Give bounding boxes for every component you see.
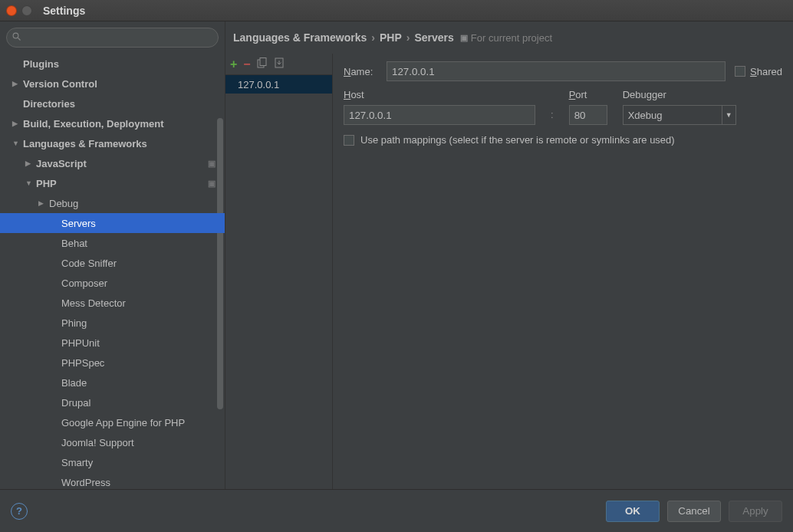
tree-item-smarty[interactable]: Smarty [0,452,225,472]
path-mappings-checkbox[interactable] [344,135,354,146]
tree-item-wordpress[interactable]: WordPress [0,472,225,489]
tree-item-label: Blade [61,377,87,389]
tree-item-build-execution-deployment[interactable]: ▶Build, Execution, Deployment [0,113,225,133]
tree-arrow-icon: ▼ [12,140,20,147]
breadcrumb-part: Languages & Frameworks [233,31,367,44]
host-port-separator: : [551,109,554,120]
remove-server-button[interactable]: − [243,57,250,71]
tree-item-label: Joomla! Support [61,437,134,448]
tree-item-label: JavaScript [36,158,87,169]
tree-item-label: PHPUnit [61,337,100,349]
svg-point-0 [13,33,18,38]
tree-item-label: Drupal [61,397,90,409]
tree-item-phpunit[interactable]: PHPUnit [0,333,225,353]
dialog-footer: ? OK Cancel Apply [0,489,793,532]
tree-item-javascript[interactable]: ▶JavaScript▣ [0,153,225,173]
debugger-value: Xdebug [628,110,663,121]
tree-item-drupal[interactable]: Drupal [0,392,225,412]
breadcrumb-separator: › [406,31,410,44]
tree-item-plugins[interactable]: Plugins [0,54,225,74]
breadcrumb-separator: › [371,31,375,44]
server-list: 127.0.0.1 [225,75,332,489]
path-mappings-row[interactable]: Use path mappings (select if the server … [344,134,782,146]
cancel-button[interactable]: Cancel [667,501,721,522]
tree-arrow-icon: ▶ [25,159,33,167]
server-toolbar: + − [225,54,332,75]
tree-item-label: Phing [61,317,87,329]
shared-label: Shared [750,66,782,77]
server-form: Name: Shared Host : Port [333,54,793,489]
footer-buttons: OK Cancel Apply [606,501,782,522]
server-list-item[interactable]: 127.0.0.1 [225,75,332,94]
tree-item-label: Code Sniffer [61,258,117,269]
host-column: Host [344,89,535,125]
svg-rect-3 [260,58,266,66]
tree-item-code-sniffer[interactable]: Code Sniffer [0,253,225,273]
tree-item-label: PHP [36,178,57,189]
tree-item-servers[interactable]: Servers [0,213,225,233]
host-input[interactable] [344,105,535,125]
apply-button[interactable]: Apply [729,501,782,522]
breadcrumb-part: PHP [380,31,402,44]
tree-item-languages-frameworks[interactable]: ▼Languages & Frameworks [0,133,225,153]
tree-item-label: Debug [49,198,78,209]
host-row: Host : Port Debugger Xdebug ▼ [344,89,782,125]
tree-item-php[interactable]: ▼PHP▣ [0,173,225,193]
tree-item-blade[interactable]: Blade [0,373,225,392]
tree-item-composer[interactable]: Composer [0,273,225,293]
tree-item-mess-detector[interactable]: Mess Detector [0,293,225,313]
content-area: Plugins▶Version ControlDirectories▶Build… [0,21,793,489]
server-list-item-label: 127.0.0.1 [238,79,279,90]
minimize-window-button[interactable] [21,5,32,16]
tree-item-label: Build, Execution, Deployment [23,118,163,130]
tree-arrow-icon: ▶ [38,199,46,207]
tree-item-label: Mess Detector [61,297,126,309]
name-label: Name: [344,66,387,77]
titlebar: Settings [0,0,793,21]
tree-item-phing[interactable]: Phing [0,313,225,333]
name-row: Name: Shared [344,61,782,81]
tree-item-behat[interactable]: Behat [0,233,225,253]
tree-item-joomla-support[interactable]: Joomla! Support [0,432,225,452]
port-label: Port [569,89,607,100]
name-input[interactable] [387,61,726,81]
tree-item-debug[interactable]: ▶Debug [0,193,225,213]
tree-arrow-icon: ▶ [12,120,20,127]
add-server-button[interactable]: + [230,57,237,71]
tree-item-label: PHPSpec [61,357,104,369]
tree-item-label: Languages & Frameworks [23,138,147,149]
tree-item-phpspec[interactable]: PHPSpec [0,353,225,373]
copy-server-button[interactable] [257,57,268,71]
import-server-button[interactable] [274,57,285,71]
tree-item-label: WordPress [61,477,110,488]
tree-item-google-app-engine-for-php[interactable]: Google App Engine for PHP [0,412,225,432]
tree-item-label: Plugins [23,58,59,70]
tree-item-label: Version Control [23,78,97,90]
settings-tree[interactable]: Plugins▶Version ControlDirectories▶Build… [0,54,225,489]
path-mappings-label: Use path mappings (select if the server … [360,134,675,146]
debugger-label: Debugger [623,89,736,100]
tree-arrow-icon: ▼ [25,179,33,187]
port-column: Port [569,89,607,125]
search-container [0,21,225,54]
breadcrumb-scope: For current project [471,32,552,44]
settings-sidebar: Plugins▶Version ControlDirectories▶Build… [0,21,225,489]
project-scope-icon: ▣ [208,179,216,189]
help-button[interactable]: ? [11,503,28,520]
debugger-select[interactable]: Xdebug ▼ [623,105,736,125]
tree-item-version-control[interactable]: ▶Version Control [0,74,225,94]
breadcrumb-part: Servers [414,31,453,44]
shared-checkbox-container[interactable]: Shared [735,66,782,77]
tree-item-label: Composer [61,277,107,289]
ok-button[interactable]: OK [606,501,660,522]
search-input[interactable] [6,28,219,48]
port-input[interactable] [569,105,607,125]
tree-item-directories[interactable]: Directories [0,94,225,113]
close-window-button[interactable] [6,5,17,16]
shared-checkbox[interactable] [735,66,745,77]
window-title: Settings [43,5,85,17]
detail-area: + − 127.0.0.1 Name: [225,54,793,489]
tree-item-label: Google App Engine for PHP [61,417,185,429]
project-scope-icon: ▣ [460,33,468,43]
chevron-down-icon: ▼ [722,106,735,124]
